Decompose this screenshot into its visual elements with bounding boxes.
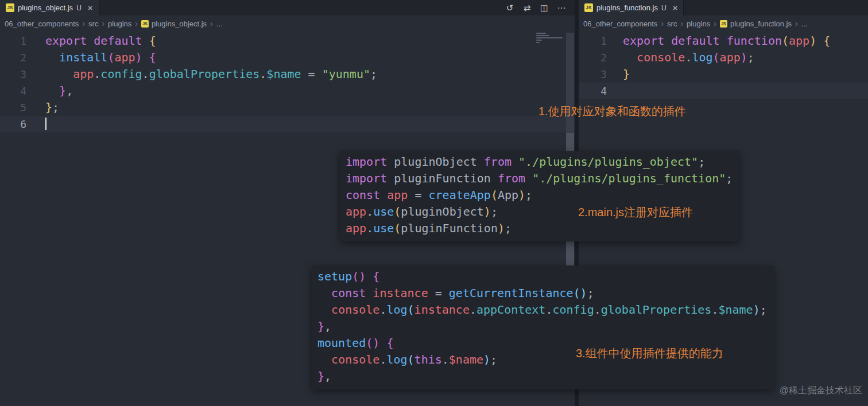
tabbar-right: JS plugins_function.js U × [579,0,868,15]
chevron-right-icon: › [661,19,664,28]
code-text: export default { [45,33,156,49]
annotation-step-3: 3.组件中使用插件提供的能力 [576,346,723,361]
code-line[interactable]: 4 [579,83,868,99]
breadcrumb-item[interactable]: src [88,19,98,28]
line-number: 2 [0,49,26,66]
code-line[interactable]: 3} [579,66,868,83]
close-tab-icon[interactable]: × [673,3,678,13]
line-number: 6 [0,116,26,132]
tabbar-left: JS plugins_object.js U × ↺⇄◫⋯ [0,0,575,15]
history-icon[interactable]: ↺ [503,3,516,13]
code-line[interactable]: import pluginObject from "./plugins/plug… [346,154,733,170]
breadcrumb-left: 06_other_components›src›plugins›JSplugin… [0,15,575,32]
code-line[interactable]: 1export default { [0,33,575,49]
js-file-icon: JS [141,20,149,28]
code-text: import pluginObject from "./plugins/plug… [346,154,705,170]
annotation-step-2: 2.main.js注册对应插件 [578,205,693,220]
code-text: console.log(app); [623,49,754,66]
chevron-right-icon: › [714,19,716,28]
chevron-right-icon: › [795,19,798,28]
code-snippet-component: setup() { const instance = getCurrentIns… [312,266,774,389]
breadcrumb-right: 06_other_components›src›plugins›JSplugin… [579,15,868,32]
code-text: }, [45,83,73,99]
code-text: }, [317,318,331,335]
code-text: app.use(pluginFunction); [346,220,512,237]
code-line[interactable]: }, [317,368,767,385]
code-line[interactable]: 2 console.log(app); [579,49,868,66]
line-number: 4 [579,83,607,99]
tab-label: plugins_function.js [596,3,658,12]
code-line[interactable]: console.log(instance.appContext.config.g… [317,302,767,318]
code-text: export default function(app) { [623,33,830,49]
code-line[interactable]: 6 [0,116,575,132]
breadcrumb-item[interactable]: src [667,19,677,28]
code-line[interactable]: app.use(pluginFunction); [346,220,733,237]
line-number: 1 [0,33,26,49]
tab-label: plugins_object.js [18,3,73,12]
line-number: 5 [0,99,26,116]
code-text: }, [317,368,331,385]
js-file-icon: JS [6,3,14,12]
code-text: }; [45,99,59,116]
open-changes-icon[interactable]: ⇄ [521,3,533,13]
code-line[interactable]: import pluginFunction from "./plugins/pl… [346,170,733,187]
line-number: 3 [0,66,26,83]
js-file-icon: JS [584,3,593,12]
line-number: 2 [579,49,607,66]
code-text: setup() { [317,268,379,285]
code-text: import pluginFunction from "./plugins/pl… [346,170,733,187]
minimap[interactable] [536,33,565,48]
close-tab-icon[interactable]: × [88,3,93,13]
modified-indicator: U [661,4,666,12]
line-number: 1 [579,33,607,49]
breadcrumb-item[interactable]: 06_other_components [5,19,79,28]
breadcrumb-item[interactable]: ... [801,19,808,28]
breadcrumb-item[interactable]: ... [216,19,223,28]
code-text: app.use(pluginObject); [346,204,498,220]
code-text: } [623,66,630,83]
breadcrumb-item[interactable]: JSplugins_function.js [720,19,792,28]
code-text: mounted() { [317,335,393,352]
line-number: 4 [0,83,26,99]
annotation-step-1: 1.使用对应对象和函数的插件 [538,104,686,119]
code-line[interactable]: const instance = getCurrentInstance(); [317,285,767,302]
breadcrumb-item[interactable]: plugins [108,19,131,28]
text-cursor [45,118,46,130]
code-text: console.log(this.$name); [317,352,497,368]
code-text: console.log(instance.appContext.config.g… [317,302,767,318]
watermark: @稀土掘金技术社区 [780,385,862,397]
code-line[interactable]: 4 }, [0,83,575,99]
vscode-window: JS plugins_object.js U × ↺⇄◫⋯ 06_other_c… [0,0,868,406]
code-text: const app = createApp(App); [346,187,532,204]
chevron-right-icon: › [210,19,213,28]
code-line[interactable]: 1export default function(app) { [579,33,868,49]
more-actions-icon[interactable]: ⋯ [555,3,568,13]
line-number: 3 [579,66,607,83]
js-file-icon: JS [720,20,727,28]
code-snippet-main-js: import pluginObject from "./plugins/plug… [340,151,739,241]
chevron-right-icon: › [680,19,683,28]
code-text: install(app) { [45,49,156,66]
chevron-right-icon: › [82,19,85,28]
code-line[interactable]: 3 app.config.globalProperties.$name = "y… [0,66,575,83]
code-line[interactable]: setup() { [317,268,767,285]
code-editor-right[interactable]: 1export default function(app) {2 console… [579,32,868,99]
code-text: app.config.globalProperties.$name = "yun… [45,66,377,83]
code-line[interactable]: 2 install(app) { [0,49,575,66]
breadcrumb-item[interactable]: JSplugins_object.js [141,19,207,28]
tab-plugins-function[interactable]: JS plugins_function.js U × [579,0,684,15]
code-text: const instance = getCurrentInstance(); [317,285,594,302]
breadcrumb-item[interactable]: 06_other_components [583,19,657,28]
code-editor-left[interactable]: 1export default {2 install(app) {3 app.c… [0,32,575,132]
chevron-right-icon: › [102,19,104,28]
code-line[interactable]: }, [317,318,767,335]
code-line[interactable]: const app = createApp(App); [346,187,733,204]
tab-plugins-object[interactable]: JS plugins_object.js U × [0,0,99,15]
split-editor-icon[interactable]: ◫ [538,3,551,13]
editor-group-actions: ↺⇄◫⋯ [503,0,575,15]
code-line[interactable]: 5}; [0,99,575,116]
code-text [45,116,46,132]
breadcrumb-item[interactable]: plugins [687,19,710,28]
modified-indicator: U [76,4,82,12]
chevron-right-icon: › [135,19,138,28]
